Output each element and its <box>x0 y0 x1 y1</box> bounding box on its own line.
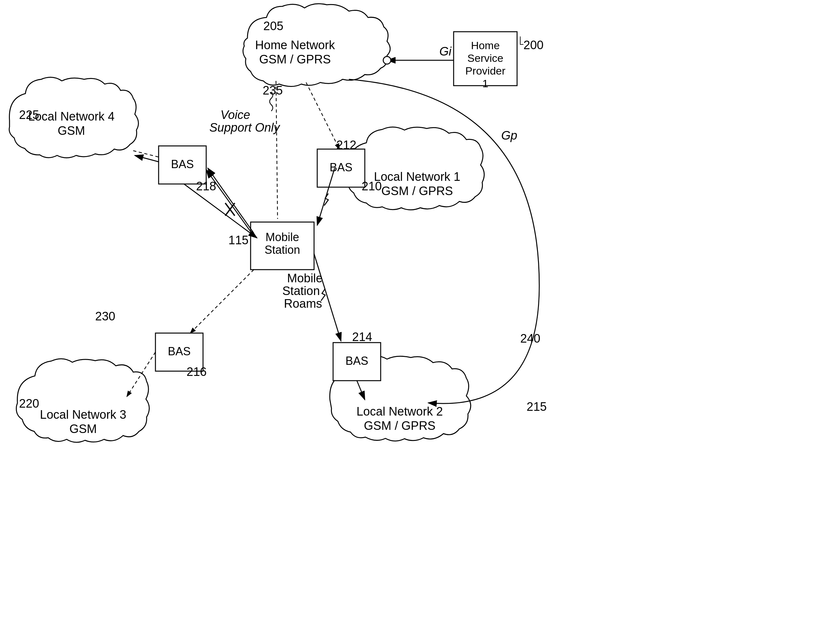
ms-label-1: Mobile <box>266 231 299 244</box>
gi-label: Gi <box>439 45 452 58</box>
bas-212-label: BAS <box>329 161 352 174</box>
hsp-label-1: Home <box>471 39 500 51</box>
mobile-station-box: Mobile Station <box>251 222 314 269</box>
bas-218-label: BAS <box>171 158 194 171</box>
local-network-1-label-1: Local Network 1 <box>374 170 460 183</box>
ref-115: 115 <box>228 233 248 247</box>
ref-214: 214 <box>352 330 372 344</box>
ref-218: 218 <box>196 180 216 193</box>
hsp-label-4: 1 <box>483 77 489 90</box>
local-network-2-label-1: Local Network 2 <box>357 405 443 418</box>
ms-roams-2: Station <box>282 284 320 297</box>
diagram-container: Home Network GSM / GPRS Local Network 4 … <box>0 0 840 643</box>
voice-support-label-1: Voice <box>220 108 250 121</box>
ref-225: 225 <box>19 108 39 121</box>
ref-240: 240 <box>520 332 540 345</box>
bas-216-label: BAS <box>168 345 191 358</box>
bas-218-box: BAS <box>158 146 206 184</box>
local-network-1-cloud: Local Network 1 GSM / GPRS <box>348 127 484 210</box>
bas-212-box: BAS <box>317 149 365 187</box>
voice-support-label-2: Support Only <box>209 121 281 134</box>
home-network-label: Home Network <box>255 38 335 52</box>
ref-205: 205 <box>263 20 283 33</box>
gi-connection-circle <box>383 57 391 64</box>
ref-220: 220 <box>19 397 39 410</box>
hsp-label-3: Provider <box>465 65 506 77</box>
local-network-2-label-2: GSM / GPRS <box>364 419 435 432</box>
ref-200: 200 <box>524 38 543 52</box>
ref-212: 212 <box>336 138 356 152</box>
local-network-3-label-1: Local Network 3 <box>40 408 126 421</box>
local-network-1-label-2: GSM / GPRS <box>381 184 453 197</box>
ms-label-2: Station <box>264 243 300 256</box>
gp-label: Gp <box>501 129 517 142</box>
ref-216: 216 <box>186 365 207 379</box>
bas-214-label: BAS <box>346 354 368 367</box>
local-network-3-label-2: GSM <box>70 422 97 436</box>
ref-215: 215 <box>527 400 546 413</box>
ref-210: 210 <box>362 180 382 193</box>
ref-235: 235 <box>263 84 283 97</box>
local-network-4-label-1: Local Network 4 <box>28 110 114 123</box>
home-network-type: GSM / GPRS <box>259 53 331 66</box>
ref-230: 230 <box>95 310 115 323</box>
local-network-4-label-2: GSM <box>58 124 85 137</box>
ms-roams-1: Mobile <box>287 271 323 285</box>
hsp-label-2: Service <box>467 52 503 64</box>
home-service-provider-box: Home Service Provider 1 <box>453 32 517 90</box>
ms-roams-3: Roams <box>284 297 322 310</box>
bas-214-box: BAS <box>333 343 381 381</box>
